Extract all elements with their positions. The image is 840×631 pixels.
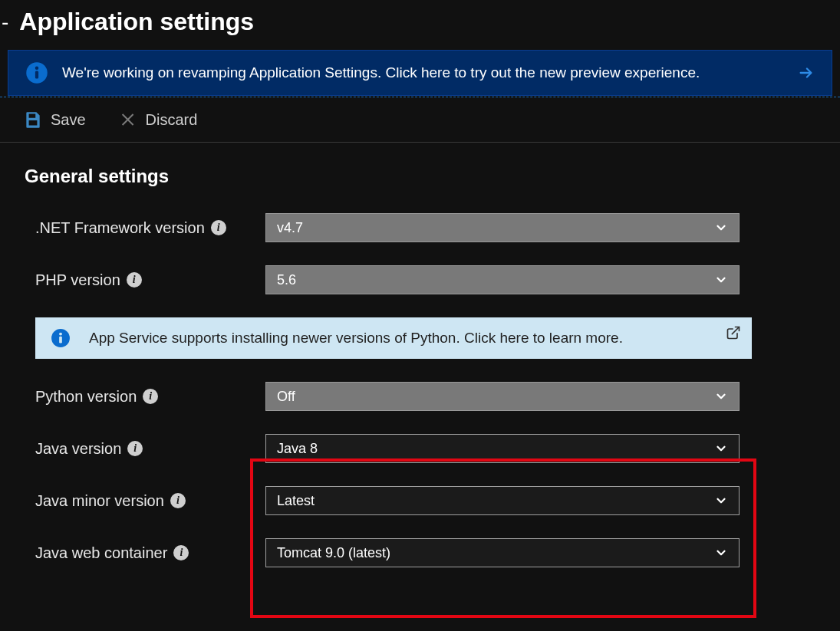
form-rows: .NET Framework version i v4.7 PHP versio…	[35, 213, 815, 567]
dropdown-java[interactable]: Java 8	[265, 434, 740, 463]
chevron-down-icon	[714, 546, 728, 560]
save-icon	[23, 110, 43, 130]
page-title: Application settings	[19, 8, 254, 36]
info-icon[interactable]: i	[170, 493, 186, 508]
info-icon	[51, 328, 71, 348]
svg-point-1	[35, 67, 39, 71]
label-php: PHP version i	[35, 271, 265, 289]
breadcrumb-dash: -	[2, 10, 8, 35]
row-php: PHP version i 5.6	[35, 265, 815, 294]
save-label: Save	[51, 111, 86, 129]
toolbar: Save Discard	[0, 97, 840, 143]
dropdown-python-value: Off	[277, 389, 295, 405]
row-dotnet: .NET Framework version i v4.7	[35, 213, 815, 242]
close-icon	[120, 110, 138, 129]
arrow-right-icon	[798, 64, 815, 81]
dropdown-java-value: Java 8	[277, 441, 318, 457]
label-dotnet: .NET Framework version i	[35, 219, 265, 237]
info-icon[interactable]: i	[127, 272, 142, 288]
label-java-web: Java web container i	[35, 544, 265, 562]
external-link-icon	[726, 325, 741, 343]
label-java-minor: Java minor version i	[35, 492, 265, 510]
svg-point-5	[59, 333, 62, 336]
info-icon[interactable]: i	[211, 220, 226, 235]
dropdown-java-web[interactable]: Tomcat 9.0 (latest)	[265, 538, 740, 567]
label-dotnet-text: .NET Framework version	[35, 219, 205, 237]
chevron-down-icon	[714, 273, 728, 287]
row-java-web: Java web container i Tomcat 9.0 (latest)	[35, 538, 815, 567]
dropdown-java-web-value: Tomcat 9.0 (latest)	[277, 545, 390, 561]
row-java: Java version i Java 8	[35, 434, 815, 463]
dropdown-python[interactable]: Off	[265, 382, 740, 411]
python-banner-text: App Service supports installing newer ve…	[89, 330, 623, 347]
dropdown-java-minor[interactable]: Latest	[265, 486, 740, 515]
row-java-minor: Java minor version i Latest	[35, 486, 815, 515]
python-info-banner[interactable]: App Service supports installing newer ve…	[35, 317, 752, 359]
label-php-text: PHP version	[35, 271, 120, 289]
label-java-web-text: Java web container	[35, 544, 167, 562]
row-python: Python version i Off	[35, 382, 815, 411]
dropdown-php-value: 5.6	[277, 272, 296, 288]
page-title-bar: - Application settings	[0, 0, 840, 50]
info-icon[interactable]: i	[173, 545, 189, 560]
svg-line-7	[732, 327, 739, 334]
save-button[interactable]: Save	[23, 110, 86, 130]
content: General settings .NET Framework version …	[0, 143, 840, 598]
svg-rect-2	[35, 71, 38, 79]
chevron-down-icon	[714, 494, 728, 508]
discard-button[interactable]: Discard	[120, 110, 198, 130]
dropdown-php[interactable]: 5.6	[265, 265, 740, 294]
label-java: Java version i	[35, 440, 265, 458]
info-icon[interactable]: i	[143, 389, 158, 404]
svg-rect-6	[59, 337, 62, 343]
preview-banner-text: We're working on revamping Application S…	[62, 64, 784, 81]
preview-banner[interactable]: We're working on revamping Application S…	[8, 50, 832, 96]
discard-label: Discard	[146, 111, 198, 129]
label-python: Python version i	[35, 388, 265, 406]
label-python-text: Python version	[35, 388, 137, 406]
chevron-down-icon	[714, 389, 728, 403]
info-icon[interactable]: i	[127, 441, 143, 456]
dropdown-dotnet-value: v4.7	[277, 220, 303, 236]
dropdown-dotnet[interactable]: v4.7	[265, 213, 740, 242]
dropdown-java-minor-value: Latest	[277, 493, 315, 509]
chevron-down-icon	[714, 221, 728, 235]
info-icon	[25, 61, 48, 84]
label-java-minor-text: Java minor version	[35, 492, 164, 510]
label-java-text: Java version	[35, 440, 121, 458]
section-heading: General settings	[25, 166, 815, 187]
chevron-down-icon	[714, 442, 728, 455]
